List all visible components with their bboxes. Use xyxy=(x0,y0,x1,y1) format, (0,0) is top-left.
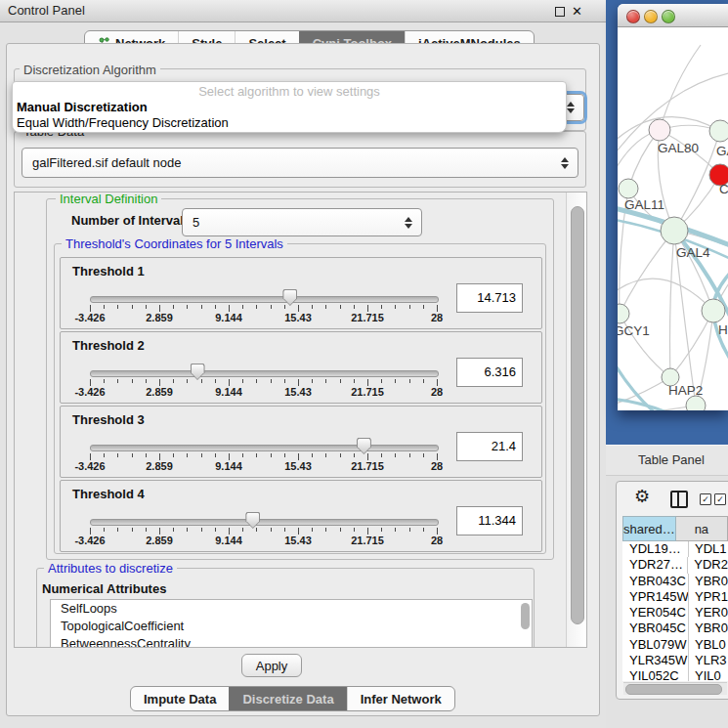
tick-mark xyxy=(381,305,382,309)
float-panel-icon[interactable] xyxy=(555,7,565,17)
tick-mark xyxy=(104,379,105,383)
tick-mark xyxy=(298,453,299,460)
tick-mark xyxy=(340,379,341,383)
table-data-combobox[interactable]: galFiltered.sif default node xyxy=(21,148,578,178)
tick-mark xyxy=(367,528,368,535)
table-row[interactable]: YPR145WYPR1 xyxy=(622,589,728,605)
table-row[interactable]: YLR345WYLR3 xyxy=(622,653,728,668)
tick-mark xyxy=(312,453,313,457)
bottom-tab-infer-network[interactable]: Infer Network xyxy=(347,687,454,710)
checkbox-checked-icon[interactable]: ✓ xyxy=(700,493,711,505)
numerical-attributes-list[interactable]: SelfLoopsTopologicalCoefficientBetweenne… xyxy=(50,599,533,648)
algorithm-option-equal-width-frequency-discretization[interactable]: Equal Width/Frequency Discretization xyxy=(17,115,229,130)
slider-thumb[interactable] xyxy=(191,364,205,380)
apply-button[interactable]: Apply xyxy=(241,654,302,677)
settings-vertical-scrollbar[interactable] xyxy=(566,193,587,647)
threshold-value-field[interactable]: 11.344 xyxy=(456,506,523,535)
threshold-value-field[interactable]: 21.4 xyxy=(456,432,523,461)
attribute-item-topologicalcoefficient[interactable]: TopologicalCoefficient xyxy=(51,618,532,635)
network-view-window: GAL80GACGAL11GAL4GCY1HHAP2 xyxy=(618,4,728,410)
cell-name: YIL0 xyxy=(689,668,721,681)
list-scrollbar-thumb[interactable] xyxy=(521,603,530,629)
tick-mark xyxy=(146,528,147,532)
split-columns-icon[interactable] xyxy=(670,491,688,508)
node-label-gcy1: GCY1 xyxy=(618,323,650,338)
checkbox-checked-icon[interactable]: ✓ xyxy=(714,493,726,505)
tick-label: 2.859 xyxy=(146,312,173,323)
attribute-item-betweennesscentrality[interactable]: BetweennessCentrality xyxy=(51,635,532,648)
tick-label: 9.144 xyxy=(215,312,242,323)
minimize-traffic-light[interactable] xyxy=(644,10,658,23)
tick-mark xyxy=(132,453,133,457)
network-edge-highlighted[interactable] xyxy=(618,399,671,410)
cell-name: YPR1 xyxy=(689,589,728,605)
tick-mark xyxy=(256,305,257,309)
network-edge[interactable] xyxy=(618,278,713,311)
threshold-slider-track[interactable] xyxy=(90,370,439,377)
table-row[interactable]: YBR043CYBR0 xyxy=(622,574,728,589)
bottom-tab-discretize-data[interactable]: Discretize Data xyxy=(229,687,346,710)
tick-mark xyxy=(187,379,188,383)
cell-shared-name: YIL052C xyxy=(622,668,689,681)
tick-mark xyxy=(159,528,160,535)
node-label-hap2: HAP2 xyxy=(668,383,703,398)
column-header-na[interactable]: na xyxy=(676,516,728,541)
threshold-slider-track[interactable] xyxy=(90,519,439,526)
threshold-label: Threshold 2 xyxy=(72,338,145,353)
tick-mark xyxy=(256,453,257,457)
table-horizontal-scrollbar[interactable] xyxy=(623,682,727,695)
slider-tick-labels: -3.4262.8599.14415.4321.71528 xyxy=(90,460,437,472)
cell-shared-name: YBR045C xyxy=(622,621,689,636)
threshold-value-field[interactable]: 14.713 xyxy=(456,283,523,313)
h-node[interactable] xyxy=(702,299,725,322)
close-traffic-light[interactable] xyxy=(626,10,640,23)
gcy1-node[interactable] xyxy=(618,304,629,323)
close-icon[interactable]: ✕ xyxy=(572,2,582,21)
tick-mark xyxy=(423,453,424,457)
tick-mark xyxy=(90,528,91,535)
tick-mark xyxy=(423,528,424,532)
number-of-intervals-combobox[interactable]: 5 xyxy=(182,208,422,236)
bottom-node[interactable] xyxy=(686,396,706,410)
table-row[interactable]: YBR045CYBR0 xyxy=(622,621,728,636)
ga-node[interactable] xyxy=(709,120,728,142)
tick-mark xyxy=(395,379,396,383)
table-row[interactable]: YDR27…YDR2 xyxy=(622,557,728,573)
gear-icon[interactable]: ⚙ xyxy=(634,487,650,506)
network-edge[interactable] xyxy=(620,231,674,314)
slider-thumb[interactable] xyxy=(282,289,297,306)
table-row[interactable]: YDL19…YDL1 xyxy=(622,541,728,557)
tick-mark xyxy=(159,453,160,460)
tick-mark xyxy=(229,528,230,535)
tick-mark xyxy=(187,528,188,532)
tick-mark xyxy=(256,379,257,383)
algorithm-option-manual-discretization[interactable]: Manual Discretization xyxy=(17,100,148,114)
slider-thumb[interactable] xyxy=(357,438,371,454)
tick-mark xyxy=(367,379,368,386)
tick-label: 28 xyxy=(431,535,443,546)
discretization-algorithm-label: Discretization Algorithm xyxy=(20,63,160,77)
gal80-node[interactable] xyxy=(649,119,670,141)
tick-mark xyxy=(201,379,202,383)
gal11-node[interactable] xyxy=(619,179,638,198)
tick-mark xyxy=(215,528,216,532)
table-row[interactable]: YIL052CYIL0 xyxy=(622,668,728,681)
threshold-value-field[interactable]: 6.316 xyxy=(456,358,523,387)
threshold-slider-track[interactable] xyxy=(90,296,439,303)
scrollbar-thumb[interactable] xyxy=(625,684,722,695)
tick-mark xyxy=(117,379,118,383)
gal4-node[interactable] xyxy=(661,217,688,244)
table-row[interactable]: YER054CYER0 xyxy=(622,605,728,621)
bottom-tab-impute-data[interactable]: Impute Data xyxy=(131,687,229,710)
tick-label: 28 xyxy=(431,312,443,323)
slider-thumb[interactable] xyxy=(245,512,260,529)
network-edge[interactable] xyxy=(670,231,675,377)
table-row[interactable]: YBL079WYBL0 xyxy=(622,637,728,653)
zoom-traffic-light[interactable] xyxy=(662,10,675,23)
attribute-item-selfloops[interactable]: SelfLoops xyxy=(51,600,532,618)
column-header-shared-[interactable]: shared… xyxy=(622,516,676,541)
tick-mark xyxy=(229,453,230,460)
threshold-slider-track[interactable] xyxy=(90,445,439,451)
scrollbar-thumb[interactable] xyxy=(571,206,584,624)
network-canvas[interactable]: GAL80GACGAL11GAL4GCY1HHAP2 xyxy=(618,27,728,410)
